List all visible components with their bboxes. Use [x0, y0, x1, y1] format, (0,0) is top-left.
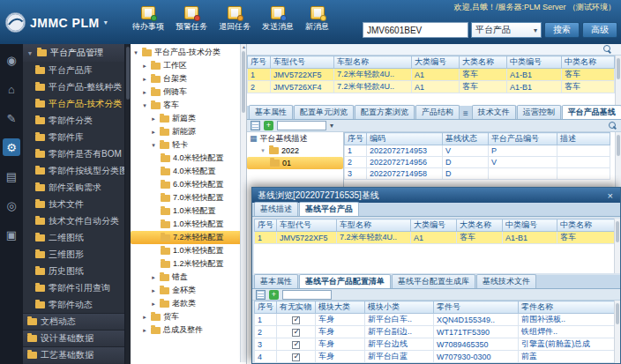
nav-item-tech-documents[interactable]: 技术文件 — [23, 196, 131, 212]
nav-item-platform-product-tech-category[interactable]: 平台产品-技术分类 — [23, 95, 131, 112]
table-row[interactable]: 1 JMV5722XF5 7.2米年轻款4U.. A1 客车 A1-B1 客车 — [255, 232, 616, 244]
tree-node-misc-2[interactable]: ▸金杯类 — [131, 284, 246, 297]
tab-baseline-description[interactable]: 基线描述 — [254, 202, 298, 216]
col-header[interactable]: 中类编号 — [507, 56, 562, 69]
tab-config-plan-view[interactable]: 配置方案浏览 — [355, 105, 415, 119]
tree-leaf-config[interactable]: 1.0米轻快配置 — [131, 244, 246, 257]
tree-node-root[interactable]: ▾平台产品-技术分类 — [131, 46, 246, 59]
toolbar-item-send-message[interactable]: 发送消息 — [262, 6, 294, 33]
col-header[interactable]: 模块大类 — [316, 301, 365, 314]
col-header[interactable]: 车型代号 — [277, 219, 337, 232]
profile-icon[interactable]: ◉ — [3, 51, 20, 69]
nav-item-part-linetype-chart[interactable]: 零部件按线型分类图 — [23, 162, 131, 179]
tree-leaf-config[interactable]: 1.2米轻快配置 — [131, 257, 246, 271]
part-name-link[interactable]: 引擎盖(前舱盖)总成 — [519, 338, 617, 351]
tree-node-bus[interactable]: ▾客车 — [131, 99, 246, 112]
vehicle-code-link[interactable]: JMV5722XF5 — [277, 232, 337, 244]
col-header[interactable]: 描述 — [557, 133, 610, 145]
col-header[interactable]: 中类名称 — [557, 219, 616, 232]
toolbar-item-new-message[interactable]: 新消息 — [305, 6, 329, 33]
has-physical-checkbox[interactable] — [292, 353, 300, 361]
vehicle-code-link[interactable]: JMV5722XF5 — [271, 69, 334, 81]
nav-item-platform-product-line-types[interactable]: 平台产品-整线种类 — [23, 78, 131, 95]
grid-view-icon[interactable] — [251, 121, 260, 130]
tab-baseline-config-list[interactable]: 基线平台产品配置清单 — [299, 274, 391, 288]
col-header[interactable]: 序号 — [248, 56, 271, 69]
search-category-select[interactable]: 平台产品 ▾ — [471, 22, 542, 38]
app-logo[interactable]: JMMC PLM ▾ — [5, 12, 108, 33]
nav-item-part-activity[interactable]: 零部件动态 — [23, 296, 131, 313]
tab-basic-attributes[interactable]: 基本属性 — [249, 105, 293, 119]
col-header[interactable]: 大类名称 — [457, 219, 503, 232]
col-header[interactable]: 大类名称 — [460, 56, 507, 69]
tree-leaf-config[interactable]: 4.0米轻快配置 — [131, 152, 246, 165]
col-header[interactable]: 序号 — [255, 301, 277, 314]
tree-node-light-truck[interactable]: ▾轻卡 — [131, 138, 246, 152]
tree-leaf-config[interactable]: 6.0米轻快配置 — [131, 178, 246, 191]
search-icon[interactable] — [609, 122, 617, 130]
col-header[interactable]: 平台产品编号 — [489, 133, 557, 145]
table-row[interactable]: 1 车身 新平台白车.. XQN4D155349.. 前围补强板.. — [255, 314, 617, 326]
add-icon[interactable]: + — [264, 121, 273, 130]
tree-node-truck[interactable]: ▸货车 — [131, 310, 246, 323]
col-header[interactable]: 大类编号 — [412, 56, 460, 69]
dialog-table-scrollbar[interactable] — [614, 219, 620, 273]
col-header[interactable]: 序号 — [255, 219, 277, 232]
part-number-link[interactable]: WT171TF5390 — [434, 326, 519, 338]
toolbar-item-todo[interactable]: 待办事项 — [132, 6, 164, 33]
nav-item-part-has-bom[interactable]: 零部件是否有BOM — [23, 145, 131, 162]
edit-icon[interactable]: ✎ — [3, 109, 20, 127]
col-header[interactable]: 大类编号 — [411, 219, 457, 232]
tree-node-workspace[interactable]: ▸工作区 — [131, 59, 246, 72]
manual-book-icon[interactable]: ▣ — [3, 226, 20, 243]
tab-overflow-icon[interactable]: ≡ — [460, 108, 471, 119]
search-icon[interactable] — [603, 45, 612, 54]
results-scrollbar[interactable] — [615, 56, 621, 106]
nav-item-2d-drawings[interactable]: 二维图纸 — [23, 229, 131, 246]
table-row[interactable]: 2 2022072714956 D V — [345, 157, 610, 168]
dialog-close-icon[interactable]: × — [606, 190, 615, 201]
nav-item-part-purchase-demand[interactable]: 部件采购需求 — [23, 179, 131, 196]
tab-platform-product-baseline[interactable]: 平台产品基线 — [562, 105, 621, 119]
tree-node-bench[interactable]: ▸台架类 — [131, 72, 246, 85]
tab-basic-attributes[interactable]: 基本属性 — [254, 274, 298, 288]
vehicle-code-link[interactable]: JMV5726XF4 — [271, 81, 334, 93]
tree-node-assemblies[interactable]: ▸总成及整件 — [131, 323, 246, 337]
tab-product-structure[interactable]: 产品结构 — [415, 105, 460, 119]
col-header[interactable]: 序号 — [345, 133, 367, 145]
baseline-code-link[interactable]: 2022072714953 — [367, 145, 443, 157]
tree-node-misc-3[interactable]: ▸老款类 — [131, 297, 246, 310]
system-config-icon[interactable]: ⚙ — [3, 138, 20, 156]
nav-item-history-drawings[interactable]: 历史图纸 — [23, 263, 131, 279]
table-row[interactable]: 2 车身 新平台副边.. WT171TF5390 铁组焊件.. — [255, 326, 617, 338]
tree-leaf-config[interactable]: 7.0米轻快配置 — [131, 191, 246, 204]
tab-tech-documents[interactable]: 技术文件 — [472, 105, 516, 119]
col-header[interactable]: 车型名称 — [337, 219, 411, 232]
has-physical-checkbox[interactable] — [292, 341, 300, 349]
col-header[interactable]: 零件名称 — [519, 301, 617, 314]
tree-node-misc-1[interactable]: ▸错盘 — [131, 271, 246, 284]
nav-section-process-base-data[interactable]: 工艺基础数据 — [23, 346, 131, 363]
table-row[interactable]: 3 2022072714958 D — [345, 168, 610, 180]
tree-leaf-config[interactable]: 1.0米轻快配置 — [131, 218, 246, 231]
grid-view-icon[interactable] — [256, 290, 266, 300]
has-physical-checkbox[interactable] — [292, 316, 300, 324]
baseline-filter-input[interactable] — [277, 121, 326, 130]
tab-baseline-platform-products[interactable]: 基线平台产品 — [299, 202, 359, 216]
tree-node-tricycle[interactable]: ▸倒骑车 — [131, 85, 246, 99]
col-header[interactable]: 有无实物 — [277, 301, 316, 314]
advanced-search-button[interactable]: 高级 — [582, 22, 617, 38]
home-icon[interactable]: ⌂ — [3, 80, 20, 98]
col-header[interactable]: 模块小类 — [365, 301, 434, 314]
nav-item-3d-models[interactable]: 三维图形 — [23, 246, 131, 263]
add-icon[interactable]: + — [269, 290, 279, 300]
col-header[interactable]: 基线状态 — [443, 133, 489, 145]
expander-icon[interactable]: ▼ — [26, 50, 34, 56]
nav-item-tech-doc-auto-category[interactable]: 技术文件自动分类 — [23, 212, 131, 229]
tree-node-new-series[interactable]: ▸新篇类 — [131, 112, 246, 125]
has-physical-checkbox[interactable] — [292, 329, 300, 337]
table-row[interactable]: 4 车身 新平台白蓝 W707930-0300 前盖 — [255, 351, 617, 363]
nav-item-part-library[interactable]: 零部件库 — [23, 129, 131, 145]
nav-item-part-category[interactable]: 零部件分类 — [23, 112, 131, 129]
part-number-link[interactable]: W707930-0300 — [434, 351, 519, 363]
